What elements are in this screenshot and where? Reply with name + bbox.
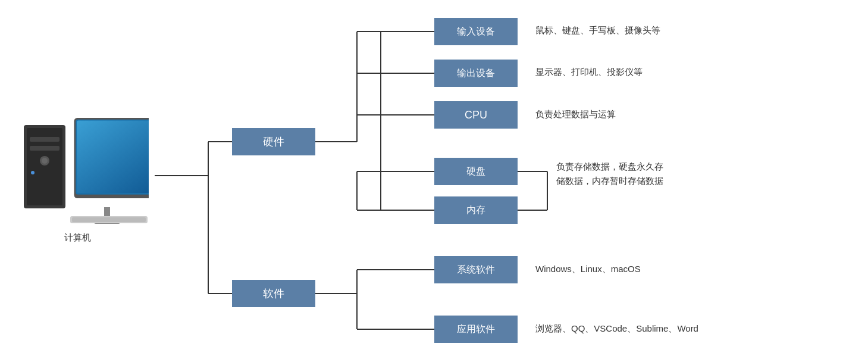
node-harddisk: 硬盘 — [434, 158, 518, 185]
desc-input: 鼠标、键盘、手写板、摄像头等 — [535, 25, 660, 36]
node-cpu: CPU — [434, 101, 518, 129]
svg-rect-11 — [77, 121, 149, 193]
desc-harddisk-memory: 负责存储数据，硬盘永久存储数据，内存暂时存储数据 — [556, 160, 663, 188]
node-input: 输入设备 — [434, 18, 518, 45]
diagram-container: 计算机 硬件 软件 输入设 — [0, 0, 868, 359]
svg-rect-13 — [72, 217, 146, 222]
desc-syssoftware: Windows、Linux、macOS — [535, 264, 641, 275]
svg-point-5 — [42, 158, 48, 164]
svg-rect-3 — [30, 146, 59, 151]
desc-cpu: 负责处理数据与运算 — [535, 109, 616, 120]
svg-rect-2 — [30, 137, 59, 142]
desc-output: 显示器、打印机、投影仪等 — [535, 67, 643, 78]
node-appsoftware: 应用软件 — [434, 316, 518, 343]
computer-illustration — [18, 107, 149, 229]
node-software: 软件 — [232, 280, 315, 307]
node-syssoftware: 系统软件 — [434, 256, 518, 283]
computer-label: 计算机 — [54, 232, 101, 244]
node-memory: 内存 — [434, 196, 518, 224]
svg-point-6 — [31, 171, 35, 174]
node-hardware: 硬件 — [232, 128, 315, 155]
desc-appsoftware: 浏览器、QQ、VSCode、Sublime、Word — [535, 323, 698, 335]
node-output: 输出设备 — [434, 60, 518, 87]
